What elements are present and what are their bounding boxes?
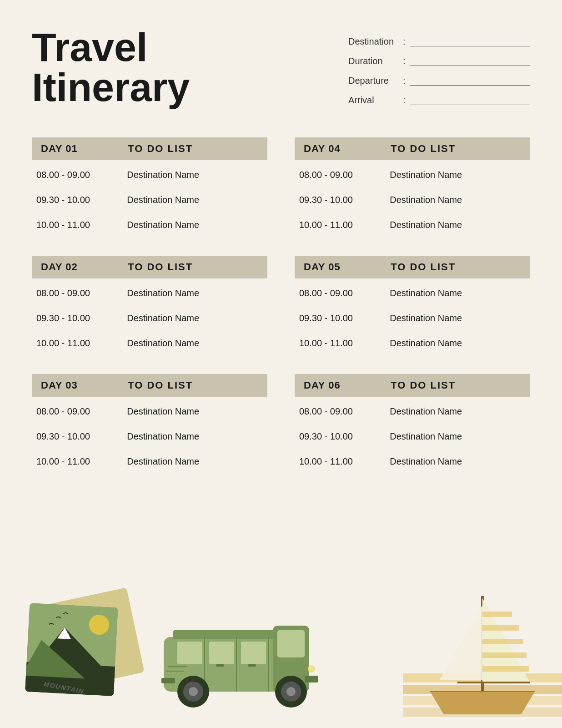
destination-name: Destination Name: [390, 170, 526, 180]
info-row-departure: Departure :: [348, 76, 530, 86]
mountain-scene-svg: [25, 603, 118, 696]
day-row: 10.00 - 11.00Destination Name: [295, 212, 530, 238]
todo-label-day02: TO DO LIST: [128, 261, 258, 273]
destination-name: Destination Name: [390, 431, 526, 442]
time-slot: 09.30 - 10.00: [36, 313, 127, 324]
sailboat: [403, 582, 562, 728]
destination-name: Destination Name: [390, 338, 526, 349]
svg-rect-12: [277, 630, 305, 657]
day-header-day04: DAY 04TO DO LIST: [295, 137, 530, 160]
day-row: 10.00 - 11.00Destination Name: [295, 449, 530, 474]
destination-line: [410, 37, 530, 46]
svg-rect-10: [173, 630, 286, 639]
time-slot: 08.00 - 09.00: [36, 406, 127, 417]
day-header-day01: DAY 01TO DO LIST: [32, 137, 267, 160]
day-block-day06: DAY 06TO DO LIST08.00 - 09.00Destination…: [295, 374, 530, 474]
day-row: 09.30 - 10.00Destination Name: [32, 187, 267, 212]
day-header-day06: DAY 06TO DO LIST: [295, 374, 530, 397]
svg-rect-30: [216, 664, 224, 667]
day-block-day04: DAY 04TO DO LIST08.00 - 09.00Destination…: [295, 137, 530, 238]
destination-name: Destination Name: [127, 220, 263, 230]
sailboat-svg: [403, 582, 562, 728]
duration-colon: :: [403, 56, 406, 66]
destination-name: Destination Name: [127, 288, 263, 298]
svg-point-26: [286, 687, 296, 696]
todo-label-day01: TO DO LIST: [128, 143, 258, 155]
day-row: 10.00 - 11.00Destination Name: [32, 331, 267, 356]
svg-rect-20: [161, 678, 175, 683]
day-row: 09.30 - 10.00Destination Name: [295, 424, 530, 449]
departure-line: [410, 76, 530, 86]
day-rows-day03: 08.00 - 09.00Destination Name09.30 - 10.…: [32, 399, 267, 474]
time-slot: 09.30 - 10.00: [299, 195, 390, 205]
day-row: 09.30 - 10.00Destination Name: [295, 187, 530, 212]
page-title: Travel Itinerary: [32, 27, 190, 107]
departure-colon: :: [403, 76, 406, 86]
destination-name: Destination Name: [127, 170, 263, 180]
svg-rect-19: [305, 676, 318, 682]
day-rows-day06: 08.00 - 09.00Destination Name09.30 - 10.…: [295, 399, 530, 474]
day-row: 10.00 - 11.00Destination Name: [32, 212, 267, 238]
day-header-day02: DAY 02TO DO LIST: [32, 256, 267, 278]
destination-name: Destination Name: [127, 338, 263, 349]
day-header-day05: DAY 05TO DO LIST: [295, 256, 530, 278]
day-rows-day02: 08.00 - 09.00Destination Name09.30 - 10.…: [32, 281, 267, 356]
destination-colon: :: [403, 36, 406, 47]
departure-label: Departure: [348, 76, 398, 86]
day-label-day04: DAY 04: [304, 143, 391, 155]
day-block-day03: DAY 03TO DO LIST08.00 - 09.00Destination…: [32, 374, 267, 474]
destination-name: Destination Name: [127, 406, 263, 417]
arrival-colon: :: [403, 95, 406, 106]
day-row: 08.00 - 09.00Destination Name: [295, 281, 530, 306]
info-block: Destination : Duration : Departure : Arr…: [348, 27, 530, 115]
destination-name: Destination Name: [390, 456, 526, 467]
duration-label: Duration: [348, 56, 398, 66]
time-slot: 08.00 - 09.00: [299, 406, 390, 417]
svg-rect-13: [177, 642, 202, 664]
day-label-day05: DAY 05: [304, 261, 391, 273]
photo-card-front: MOUNTAIN: [25, 603, 118, 696]
time-slot: 10.00 - 11.00: [299, 220, 390, 230]
header: Travel Itinerary Destination : Duration …: [32, 27, 530, 115]
day-row: 08.00 - 09.00Destination Name: [32, 162, 267, 187]
day-label-day02: DAY 02: [41, 261, 128, 273]
destination-name: Destination Name: [390, 220, 526, 230]
info-row-arrival: Arrival :: [348, 95, 530, 106]
destination-label: Destination: [348, 36, 398, 47]
destination-name: Destination Name: [390, 195, 526, 205]
time-slot: 08.00 - 09.00: [299, 288, 390, 298]
day-rows-day04: 08.00 - 09.00Destination Name09.30 - 10.…: [295, 162, 530, 238]
day-header-day03: DAY 03TO DO LIST: [32, 374, 267, 397]
destination-name: Destination Name: [390, 288, 526, 298]
time-slot: 10.00 - 11.00: [299, 456, 390, 467]
duration-line: [410, 57, 530, 66]
svg-rect-15: [241, 642, 266, 664]
day-row: 09.30 - 10.00Destination Name: [32, 306, 267, 331]
photo-stickers: MOUNTAIN: [18, 582, 146, 719]
time-slot: 09.30 - 10.00: [299, 431, 390, 442]
svg-marker-44: [439, 605, 482, 680]
time-slot: 10.00 - 11.00: [299, 338, 390, 349]
day-row: 08.00 - 09.00Destination Name: [32, 399, 267, 424]
illustration-area: MOUNTAIN: [0, 578, 562, 728]
day-row: 09.30 - 10.00Destination Name: [295, 306, 530, 331]
day-row: 10.00 - 11.00Destination Name: [32, 449, 267, 474]
day-rows-day05: 08.00 - 09.00Destination Name09.30 - 10.…: [295, 281, 530, 356]
destination-name: Destination Name: [127, 456, 263, 467]
svg-rect-14: [209, 642, 234, 664]
destination-name: Destination Name: [127, 313, 263, 324]
day-block-day02: DAY 02TO DO LIST08.00 - 09.00Destination…: [32, 256, 267, 356]
destination-name: Destination Name: [127, 431, 263, 442]
todo-label-day05: TO DO LIST: [391, 261, 521, 273]
time-slot: 08.00 - 09.00: [299, 170, 390, 180]
day-row: 08.00 - 09.00Destination Name: [295, 162, 530, 187]
page: Travel Itinerary Destination : Duration …: [0, 0, 562, 728]
arrival-line: [410, 96, 530, 105]
day-label-day03: DAY 03: [41, 379, 128, 391]
days-grid: DAY 01TO DO LIST08.00 - 09.00Destination…: [32, 137, 530, 474]
time-slot: 09.30 - 10.00: [36, 431, 127, 442]
day-rows-day01: 08.00 - 09.00Destination Name09.30 - 10.…: [32, 162, 267, 238]
todo-label-day03: TO DO LIST: [128, 379, 258, 391]
day-row: 08.00 - 09.00Destination Name: [32, 281, 267, 306]
svg-point-27: [308, 665, 315, 672]
